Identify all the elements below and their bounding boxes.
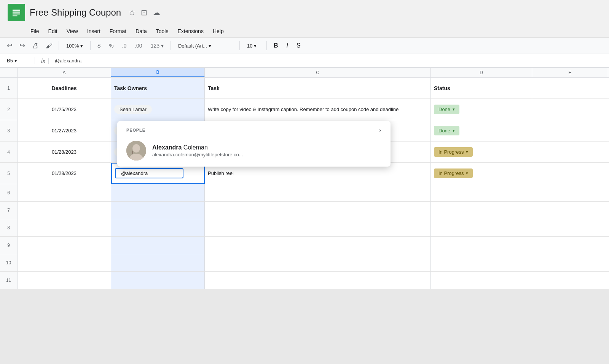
owner-input-5[interactable]: @alexandra xyxy=(115,168,183,178)
status-dropdown-3[interactable]: ▾ xyxy=(453,128,455,133)
cell-7a[interactable] xyxy=(18,202,111,219)
row-num-5[interactable]: 5 xyxy=(0,163,18,184)
row-num-3[interactable]: 3 xyxy=(0,120,18,141)
header-task-owners[interactable]: Task Owners xyxy=(111,78,205,99)
header-status[interactable]: Status xyxy=(431,78,532,99)
percent-button[interactable]: % xyxy=(106,41,116,50)
cell-empty-3[interactable] xyxy=(532,120,608,141)
cell-8b[interactable] xyxy=(111,219,205,236)
cell-empty-4[interactable] xyxy=(532,141,608,162)
status-badge-progress-4[interactable]: In Progress ▾ xyxy=(434,147,473,157)
header-empty[interactable] xyxy=(532,78,608,99)
redo-button[interactable]: ↪ xyxy=(17,40,27,51)
header-deadlines[interactable]: Deadlines xyxy=(18,78,111,99)
cell-8d[interactable] xyxy=(431,219,532,236)
italic-button[interactable]: I xyxy=(283,41,291,51)
row-num-7[interactable]: 7 xyxy=(0,202,18,219)
cell-11b[interactable] xyxy=(111,272,205,289)
cell-6d[interactable] xyxy=(431,184,532,201)
status-dropdown-2[interactable]: ▾ xyxy=(453,107,455,112)
cell-status-2[interactable]: Done ▾ xyxy=(431,99,532,120)
cell-9b[interactable] xyxy=(111,237,205,254)
row-num-1[interactable]: 1 xyxy=(0,78,18,99)
cell-status-4[interactable]: In Progress ▾ xyxy=(431,141,532,162)
cell-status-5[interactable]: In Progress ▾ xyxy=(431,163,532,184)
menu-format[interactable]: Format xyxy=(106,27,130,36)
menu-help[interactable]: Help xyxy=(209,27,228,36)
col-header-b[interactable]: B xyxy=(111,68,205,77)
cell-6c[interactable] xyxy=(205,184,431,201)
print-button[interactable]: 🖨 xyxy=(30,40,41,51)
paint-format-button[interactable]: 🖌 xyxy=(43,40,55,51)
cell-10c[interactable] xyxy=(205,254,431,271)
cell-9e[interactable] xyxy=(532,237,608,254)
status-badge-done-3[interactable]: Done ▾ xyxy=(434,126,459,135)
col-header-c[interactable]: C xyxy=(205,68,431,77)
col-header-a[interactable]: A xyxy=(18,68,111,77)
row-num-6[interactable]: 6 xyxy=(0,184,18,201)
row-num-11[interactable]: 11 xyxy=(0,272,18,289)
star-icon[interactable]: ☆ xyxy=(129,8,136,17)
cell-11c[interactable] xyxy=(205,272,431,289)
cell-10a[interactable] xyxy=(18,254,111,271)
cell-deadline-4[interactable]: 01/28/2023 xyxy=(18,141,111,162)
cell-status-3[interactable]: Done ▾ xyxy=(431,120,532,141)
cell-6e[interactable] xyxy=(532,184,608,201)
cell-8e[interactable] xyxy=(532,219,608,236)
cell-9d[interactable] xyxy=(431,237,532,254)
header-task[interactable]: Task xyxy=(205,78,431,99)
cell-empty-2[interactable] xyxy=(532,99,608,120)
cell-7e[interactable] xyxy=(532,202,608,219)
formula-content[interactable]: @alexandra xyxy=(52,58,81,64)
cell-empty-5[interactable] xyxy=(532,163,608,184)
folder-icon[interactable]: ⊡ xyxy=(141,8,147,17)
status-dropdown-5[interactable]: ▾ xyxy=(466,171,468,176)
cell-7c[interactable] xyxy=(205,202,431,219)
zoom-selector[interactable]: 100% ▾ xyxy=(63,41,86,50)
cell-deadline-2[interactable]: 01/25/2023 xyxy=(18,99,111,120)
currency-button[interactable]: $ xyxy=(94,41,104,50)
row-num-2[interactable]: 2 xyxy=(0,99,18,120)
cell-7d[interactable] xyxy=(431,202,532,219)
cell-6a[interactable] xyxy=(18,184,111,201)
cell-9a[interactable] xyxy=(18,237,111,254)
col-header-d[interactable]: D xyxy=(431,68,532,77)
font-selector[interactable]: Default (Ari... ▾ xyxy=(175,41,236,50)
decimal-dec-button[interactable]: .0 xyxy=(119,41,130,50)
menu-view[interactable]: View xyxy=(63,27,82,36)
undo-button[interactable]: ↩ xyxy=(5,40,15,51)
cell-deadline-3[interactable]: 01/27/2023 xyxy=(18,120,111,141)
cell-8c[interactable] xyxy=(205,219,431,236)
menu-tools[interactable]: Tools xyxy=(152,27,172,36)
cell-7b[interactable] xyxy=(111,202,205,219)
cell-reference[interactable]: B5 ▾ xyxy=(5,57,35,64)
menu-extensions[interactable]: Extensions xyxy=(174,27,207,36)
cell-10b[interactable] xyxy=(111,254,205,271)
strikethrough-button[interactable]: S xyxy=(293,41,304,51)
cell-9c[interactable] xyxy=(205,237,431,254)
autocomplete-chevron-icon[interactable]: › xyxy=(379,127,381,133)
row-num-8[interactable]: 8 xyxy=(0,219,18,236)
status-badge-progress-5[interactable]: In Progress ▾ xyxy=(434,168,473,178)
autocomplete-person-item[interactable]: Alexandra Coleman alexandra.coleman@myli… xyxy=(117,136,391,167)
cell-11a[interactable] xyxy=(18,272,111,289)
menu-data[interactable]: Data xyxy=(132,27,151,36)
cell-11e[interactable] xyxy=(532,272,608,289)
cell-10e[interactable] xyxy=(532,254,608,271)
font-size-selector[interactable]: 10 ▾ xyxy=(244,41,263,50)
cloud-icon[interactable]: ☁ xyxy=(153,8,160,17)
col-header-e[interactable]: E xyxy=(532,68,608,77)
status-badge-done-2[interactable]: Done ▾ xyxy=(434,105,459,114)
menu-edit[interactable]: Edit xyxy=(45,27,61,36)
cell-deadline-5[interactable]: 01/28/2023 xyxy=(18,163,111,184)
cell-10d[interactable] xyxy=(431,254,532,271)
menu-insert[interactable]: Insert xyxy=(83,27,104,36)
cell-6b[interactable] xyxy=(111,184,205,201)
cell-task-2[interactable]: Write copy for video & Instagram caption… xyxy=(205,99,431,120)
bold-button[interactable]: B xyxy=(271,41,281,51)
cell-owner-2[interactable]: Sean Lamar xyxy=(111,99,205,120)
row-num-4[interactable]: 4 xyxy=(0,141,18,162)
cell-ref-dropdown-icon[interactable]: ▾ xyxy=(14,58,17,64)
row-num-9[interactable]: 9 xyxy=(0,237,18,254)
cell-11d[interactable] xyxy=(431,272,532,289)
